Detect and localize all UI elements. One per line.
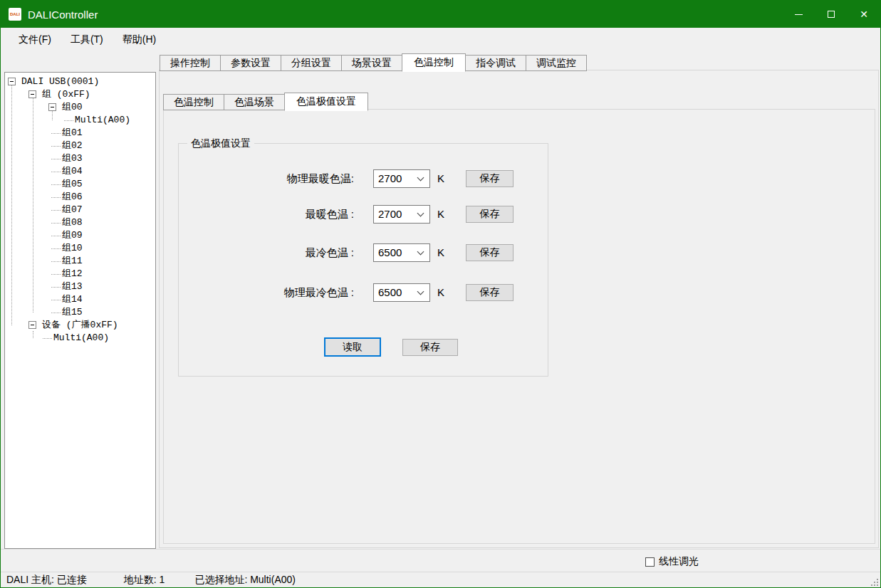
field-label: 物理最暖色温: xyxy=(287,169,354,188)
unit-label: K xyxy=(437,169,444,188)
collapse-icon[interactable] xyxy=(28,90,36,98)
tree-connector xyxy=(64,120,73,121)
tree-item[interactable]: 组10 xyxy=(5,242,155,255)
tab-operation-control[interactable]: 操作控制 xyxy=(160,55,221,71)
warmest-cct-combobox[interactable]: 2700 xyxy=(373,205,430,224)
status-host: DALI 主机: 已连接 xyxy=(6,574,87,587)
chevron-down-icon[interactable] xyxy=(417,248,424,256)
tree-item[interactable]: Multi(A00) xyxy=(5,332,155,345)
tree-item[interactable]: 组00 xyxy=(5,101,155,114)
tree-item[interactable]: 组12 xyxy=(5,268,155,280)
checkbox-label: 线性调光 xyxy=(659,555,699,568)
tab-cct-control[interactable]: 色温控制 xyxy=(402,53,466,72)
tab-command-debug[interactable]: 指令调试 xyxy=(465,55,526,71)
tree-item-label: 组10 xyxy=(62,242,83,255)
device-tree: DALI USB(0001) 组 (0xFF) 组00 M xyxy=(5,75,155,345)
tab-parameter-settings[interactable]: 参数设置 xyxy=(220,55,281,71)
tree-item-label: 组02 xyxy=(62,140,83,152)
maximize-icon xyxy=(828,11,835,18)
read-button[interactable]: 读取 xyxy=(324,337,381,357)
menu-tools[interactable]: 工具(T) xyxy=(61,30,113,50)
linear-dimming-checkbox[interactable]: 线性调光 xyxy=(645,555,699,568)
tree-item-label: 组00 xyxy=(62,101,83,114)
chevron-down-icon[interactable] xyxy=(417,210,424,217)
status-address-count: 地址数: 1 xyxy=(124,574,165,587)
unit-label: K xyxy=(437,283,444,302)
collapse-icon[interactable] xyxy=(48,103,56,111)
chevron-down-icon[interactable] xyxy=(417,288,424,295)
resize-grip-icon[interactable] xyxy=(871,579,878,586)
tree-item[interactable]: 组08 xyxy=(5,216,155,229)
tree-item[interactable]: 组 (0xFF) xyxy=(5,88,155,101)
tree-item[interactable]: 组02 xyxy=(5,140,155,152)
menubar: 文件(F) 工具(T) 帮助(H) xyxy=(1,28,880,51)
tree-item[interactable]: 组14 xyxy=(5,293,155,306)
close-button[interactable]: ✕ xyxy=(848,1,880,28)
tree-connector xyxy=(51,300,61,300)
tree-connector xyxy=(51,210,61,211)
tree-item-label: 组15 xyxy=(62,306,83,319)
tree-item[interactable]: DALI USB(0001) xyxy=(5,75,155,88)
tree-item[interactable]: 组09 xyxy=(5,229,155,242)
unit-label: K xyxy=(437,205,444,224)
tree-item[interactable]: 组06 xyxy=(5,191,155,204)
tree-item[interactable]: 组13 xyxy=(5,280,155,293)
collapse-icon[interactable] xyxy=(8,78,16,85)
tree-item[interactable]: 组15 xyxy=(5,306,155,319)
coolest-cct-combobox[interactable]: 6500 xyxy=(373,243,430,262)
subtab-cct-scene[interactable]: 色温场景 xyxy=(224,94,285,110)
tree-item-label: DALI USB(0001) xyxy=(21,75,99,88)
cct-limit-groupbox: 色温极值设置 物理最暖色温: 2700 K 保存 最暖色温 : 2700 xyxy=(178,143,548,377)
window-title: DALIController xyxy=(28,9,98,21)
tab-grouping-settings[interactable]: 分组设置 xyxy=(281,55,342,71)
main-tabstrip: 操作控制 参数设置 分组设置 场景设置 色温控制 指令调试 调试监控 xyxy=(160,53,586,71)
physical-warmest-cct-combobox[interactable]: 2700 xyxy=(373,169,430,188)
save-all-button[interactable]: 保存 xyxy=(402,339,458,356)
tree-item[interactable]: 设备 (广播0xFF) xyxy=(5,319,155,332)
tree-item-label: Multi(A00) xyxy=(53,332,109,345)
save-button[interactable]: 保存 xyxy=(466,170,514,187)
tab-debug-monitor[interactable]: 调试监控 xyxy=(526,55,587,71)
tree-item[interactable]: 组11 xyxy=(5,255,155,268)
tree-item[interactable]: 组04 xyxy=(5,165,155,178)
save-button[interactable]: 保存 xyxy=(466,244,514,261)
menu-file[interactable]: 文件(F) xyxy=(9,30,61,50)
save-button[interactable]: 保存 xyxy=(466,206,514,223)
minimize-button[interactable] xyxy=(782,1,815,28)
save-button[interactable]: 保存 xyxy=(466,284,514,301)
tree-item[interactable]: Multi(A00) xyxy=(5,114,155,127)
tree-item[interactable]: 组07 xyxy=(5,204,155,216)
tree-item[interactable]: 组03 xyxy=(5,152,155,165)
statusbar: DALI 主机: 已连接 地址数: 1 已选择地址: Multi(A00) xyxy=(1,572,880,588)
combobox-value: 6500 xyxy=(378,244,402,261)
collapse-icon[interactable] xyxy=(28,321,36,329)
tree-connector xyxy=(51,223,61,224)
tree-connector xyxy=(51,313,61,313)
tree-item[interactable]: 组01 xyxy=(5,127,155,140)
tree-connector xyxy=(43,338,52,339)
subtab-cct-control[interactable]: 色温控制 xyxy=(163,94,224,110)
tree-connector xyxy=(51,133,61,134)
tree-item-label: 组04 xyxy=(62,165,83,178)
checkbox-icon[interactable] xyxy=(645,557,655,567)
tree-connector xyxy=(51,146,61,147)
app-window: DALI DALIController ✕ 文件(F) 工具(T) 帮助(H) … xyxy=(0,0,881,588)
app-icon-text: DALI xyxy=(10,12,20,16)
tree-connector xyxy=(51,184,61,185)
subtab-cct-limit-settings[interactable]: 色温极值设置 xyxy=(284,93,368,111)
chevron-down-icon[interactable] xyxy=(417,174,424,182)
menu-help[interactable]: 帮助(H) xyxy=(113,30,165,50)
field-label: 最冷色温 : xyxy=(306,243,354,262)
sub-tab-page: 色温极值设置 物理最暖色温: 2700 K 保存 最暖色温 : 2700 xyxy=(163,109,875,544)
tab-scene-settings[interactable]: 场景设置 xyxy=(341,55,402,71)
form-row-coolest: 最冷色温 : 6500 K 保存 xyxy=(179,243,548,262)
device-tree-panel: DALI USB(0001) 组 (0xFF) 组00 M xyxy=(4,72,156,549)
tree-item-label: 组01 xyxy=(62,127,83,140)
tree-item-label: 组03 xyxy=(62,152,83,165)
tree-connector xyxy=(51,274,61,275)
tree-connector xyxy=(51,236,61,236)
unit-label: K xyxy=(437,243,444,262)
tree-item[interactable]: 组05 xyxy=(5,178,155,191)
physical-coolest-cct-combobox[interactable]: 6500 xyxy=(373,283,430,302)
maximize-button[interactable] xyxy=(815,1,848,28)
